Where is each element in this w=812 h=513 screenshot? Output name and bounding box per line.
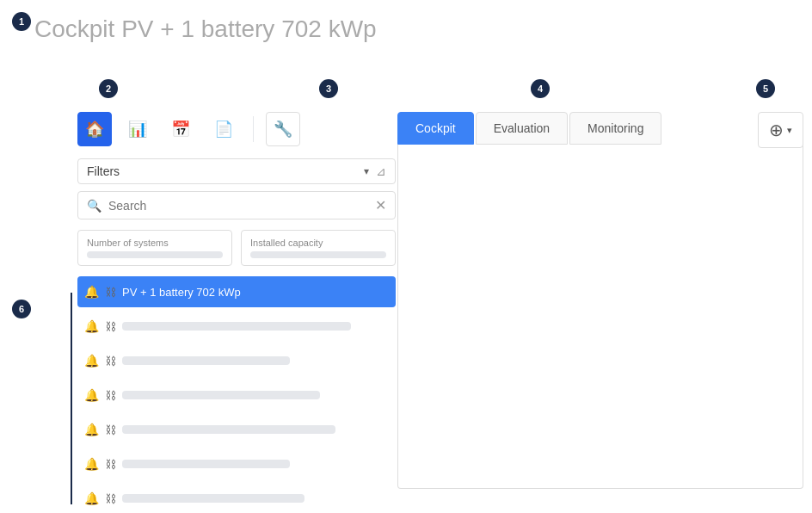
calendar-icon: 📅 [171, 120, 190, 139]
toolbar-chart-button[interactable]: 📊 [120, 112, 155, 146]
left-panel: 🏠 📊 📅 📄 🔧 Filters ▾ ⊿ 🔍 ✕ Number of syst… [77, 112, 396, 504]
tab-content [397, 145, 803, 489]
system-name-bar [122, 460, 290, 468]
badge-2: 2 [99, 79, 118, 98]
bell-icon: 🔔 [84, 423, 98, 436]
number-of-systems-box: Number of systems [77, 230, 232, 266]
connection-icon: ⛓ [103, 423, 117, 436]
system-list-item[interactable]: 🔔⛓ [77, 311, 396, 342]
system-name-bar [122, 356, 290, 365]
connection-icon: ⛓ [103, 286, 117, 299]
document-icon: 📄 [214, 120, 233, 139]
page-title: Cockpit PV + 1 battery 702 kWp [34, 15, 377, 43]
tabs-header: Cockpit Evaluation Monitoring [397, 112, 803, 145]
toolbar-document-button[interactable]: 📄 [206, 112, 241, 146]
search-bar[interactable]: 🔍 ✕ [77, 191, 396, 219]
plus-icon: ⊕ [769, 120, 784, 140]
connection-icon: ⛓ [103, 355, 117, 368]
toolbar-icons: 🏠 📊 📅 📄 🔧 [77, 112, 396, 146]
stats-row: Number of systems Installed capacity [77, 230, 396, 266]
bell-icon: 🔔 [84, 491, 98, 505]
clear-search-button[interactable]: ✕ [375, 197, 386, 213]
connection-icon: ⛓ [103, 320, 117, 333]
tab-monitoring[interactable]: Monitoring [569, 112, 661, 145]
system-list: 🔔⛓PV + 1 battery 702 kWp🔔⛓🔔⛓🔔⛓🔔⛓🔔⛓🔔⛓🔔⛓🔔⛓ [77, 276, 396, 513]
system-name-bar [122, 391, 320, 399]
filter-icon: ⊿ [376, 164, 386, 178]
system-name: PV + 1 battery 702 kWp [122, 286, 241, 299]
bell-icon: 🔔 [84, 319, 98, 333]
home-icon: 🏠 [85, 120, 104, 139]
system-name-bar [122, 322, 351, 331]
filters-bar[interactable]: Filters ▾ ⊿ [77, 158, 396, 184]
system-name-bar [122, 425, 335, 434]
connection-icon: ⛓ [103, 458, 117, 471]
system-list-item[interactable]: 🔔⛓ [77, 414, 396, 445]
system-list-item[interactable]: 🔔⛓ [77, 380, 396, 411]
installed-capacity-label: Installed capacity [250, 238, 386, 248]
installed-capacity-bar [250, 251, 386, 258]
system-list-item[interactable]: 🔔⛓ [77, 448, 396, 479]
bell-icon: 🔔 [84, 388, 98, 402]
number-of-systems-label: Number of systems [87, 238, 223, 248]
search-icon: 🔍 [87, 199, 102, 213]
badge-6: 6 [12, 300, 31, 318]
tab-evaluation[interactable]: Evaluation [476, 112, 568, 145]
bell-icon: 🔔 [84, 285, 98, 299]
badge-3: 3 [319, 79, 338, 98]
add-chevron-icon: ▾ [787, 125, 792, 136]
system-list-item[interactable]: 🔔⛓ [77, 483, 396, 513]
badge-5: 5 [756, 79, 775, 98]
connection-icon: ⛓ [103, 492, 117, 505]
toolbar-calendar-button[interactable]: 📅 [163, 112, 198, 146]
tab-cockpit[interactable]: Cockpit [397, 112, 474, 145]
right-panel: ⊕ ▾ Cockpit Evaluation Monitoring [397, 112, 803, 504]
toolbar-home-button[interactable]: 🏠 [77, 112, 112, 146]
right-panel-inner: ⊕ ▾ Cockpit Evaluation Monitoring [397, 112, 803, 489]
system-name-bar [122, 494, 304, 503]
sidebar-line [71, 293, 72, 504]
number-of-systems-bar [87, 251, 223, 258]
toolbar-separator [253, 116, 254, 142]
connection-icon: ⛓ [103, 389, 117, 402]
toolbar-settings-button[interactable]: 🔧 [266, 112, 300, 146]
system-list-item[interactable]: 🔔⛓PV + 1 battery 702 kWp [77, 276, 396, 307]
bell-icon: 🔔 [84, 354, 98, 368]
badge-1: 1 [12, 12, 31, 31]
system-list-item[interactable]: 🔔⛓ [77, 345, 396, 376]
chevron-down-icon: ▾ [364, 165, 369, 177]
search-input[interactable] [108, 199, 375, 213]
badge-4: 4 [531, 79, 550, 98]
add-button[interactable]: ⊕ ▾ [758, 112, 803, 148]
wrench-icon: 🔧 [274, 120, 292, 139]
chart-icon: 📊 [128, 120, 147, 139]
installed-capacity-box: Installed capacity [241, 230, 396, 266]
filters-label: Filters [87, 164, 364, 178]
bell-icon: 🔔 [84, 457, 98, 471]
